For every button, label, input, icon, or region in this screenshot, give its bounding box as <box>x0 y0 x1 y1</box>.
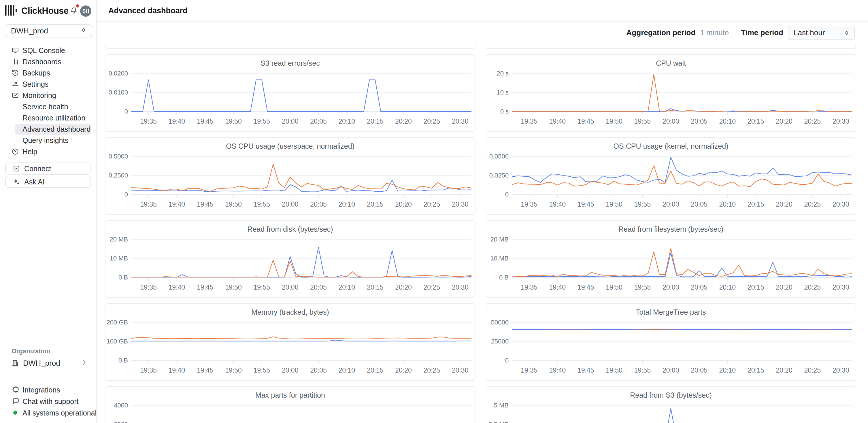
x-axis-tick-label: 19:40 <box>163 284 190 291</box>
cut-off-cards-row <box>97 43 868 49</box>
chart-card-read-from-s3: Read from S3 (bytes/sec)5 MB2.5 MB0 B19:… <box>486 386 856 423</box>
x-axis-tick-label: 20:30 <box>446 200 474 208</box>
sidebar-item-settings[interactable]: Settings <box>0 79 97 90</box>
sidebar-item-resource-utilization[interactable]: Resource utilization <box>0 112 97 124</box>
chart-title: Read from filesystem (bytes/sec) <box>486 225 856 233</box>
x-axis-tick-label: 19:45 <box>191 366 219 374</box>
x-axis-tick-label: 19:50 <box>220 118 247 125</box>
chart-plot-os-cpu-userspace[interactable] <box>131 156 471 198</box>
x-axis-tick-label: 20:25 <box>799 118 826 125</box>
chart-series-series-2 <box>131 337 471 338</box>
x-axis-tick-label: 20:20 <box>390 118 417 125</box>
x-axis-tick-label: 19:40 <box>544 284 571 291</box>
organization-item[interactable]: DWH_prod <box>0 357 97 369</box>
ask-ai-button[interactable]: Ask AI <box>5 176 91 188</box>
sparkles-icon <box>13 178 20 186</box>
sidebar-item-sql-console[interactable]: SQL Console <box>0 45 97 56</box>
service-selector[interactable]: DWH_prod <box>5 24 92 37</box>
chart-plot-memory-tracked[interactable] <box>131 322 471 364</box>
chart-card-memory-tracked: Memory (tracked, bytes)200 GB100 GB0 B19… <box>105 303 475 381</box>
time-period-select[interactable]: Last hour <box>788 26 855 40</box>
y-axis-tick-label: 2000 <box>105 421 128 423</box>
x-axis-tick-label: 20:00 <box>276 118 304 125</box>
x-axis-tick-label: 19:35 <box>134 200 162 208</box>
clickhouse-logo-icon <box>5 5 18 17</box>
status-dot <box>13 411 17 415</box>
sidebar-item-query-insights[interactable]: Query insights <box>0 135 97 146</box>
x-axis-tick-label: 20:10 <box>714 284 741 291</box>
sidebar-item-backups[interactable]: Backups <box>0 67 97 79</box>
chart-title: Total MergeTree parts <box>486 308 856 316</box>
dashboards-icon <box>11 58 19 65</box>
y-axis-tick-label: 0.0250 <box>486 172 509 179</box>
chart-plot-read-from-s3[interactable] <box>512 405 852 423</box>
chart-plot-max-parts-for-partition[interactable] <box>131 405 471 423</box>
top-bar: Advanced dashboard <box>97 0 868 22</box>
y-axis-tick-label: 0 <box>105 108 128 115</box>
sidebar-item-service-health[interactable]: Service health <box>0 101 97 112</box>
footer-item-integrations[interactable]: Integrations <box>0 384 97 395</box>
connect-button[interactable]: Connect <box>5 163 91 174</box>
sql-console-icon <box>11 47 19 54</box>
chart-card-os-cpu-userspace: OS CPU usage (userspace, normalized)0.50… <box>105 137 475 215</box>
footer-item-chat-with-support[interactable]: Chat with support <box>0 396 97 407</box>
sidebar-item-dashboards[interactable]: Dashboards <box>0 56 97 67</box>
y-axis-tick-label: 0.0500 <box>486 153 509 160</box>
chart-plot-cpu-wait[interactable] <box>512 73 852 115</box>
x-axis-tick-label: 20:00 <box>657 284 685 291</box>
x-axis-tick-label: 20:05 <box>685 200 713 208</box>
chart-plot-total-mergetree-parts[interactable] <box>512 322 852 364</box>
chart-plot-s3-read-errors[interactable] <box>131 73 471 115</box>
chart-card-read-from-filesystem: Read from filesystem (bytes/sec)20 MB10 … <box>486 220 856 298</box>
chart-plot-read-from-filesystem[interactable] <box>512 239 852 281</box>
chart-plot-read-from-disk[interactable] <box>131 239 471 281</box>
chart-series-series-1 <box>131 340 471 341</box>
x-axis-tick-label: 19:45 <box>191 284 219 291</box>
y-axis-tick-label: 50000 <box>486 319 509 326</box>
service-selector-value: DWH_prod <box>11 27 48 35</box>
chart-card-stub <box>486 43 856 49</box>
chart-series-series-1 <box>131 80 471 111</box>
x-axis-tick-label: 19:40 <box>163 200 190 208</box>
y-axis-tick-label: 0 B <box>105 274 128 281</box>
y-axis-tick-label: 0.0100 <box>105 89 128 96</box>
chart-card-read-from-disk: Read from disk (bytes/sec)20 MB10 MB0 B1… <box>105 220 475 298</box>
chart-plot-os-cpu-kernel[interactable] <box>512 156 852 198</box>
sidebar-item-help[interactable]: Help <box>0 146 97 157</box>
chart-series-series-1 <box>512 157 852 183</box>
sidebar-item-label: Monitoring <box>23 91 56 100</box>
x-axis-tick-label: 19:40 <box>544 366 571 374</box>
chart-card-total-mergetree-parts: Total MergeTree parts5000025000019:3519:… <box>486 303 856 381</box>
x-axis-tick-label: 20:00 <box>657 200 685 208</box>
chart-card-max-parts-for-partition: Max parts for partition40002000019:3519:… <box>105 386 475 423</box>
y-axis-tick-label: 25000 <box>486 338 509 345</box>
x-axis-tick-label: 20:30 <box>446 366 474 374</box>
building-icon <box>11 359 19 367</box>
x-axis-tick-label: 20:10 <box>333 284 361 291</box>
chevron-up-down-icon <box>80 27 87 35</box>
x-axis-tick-label: 19:50 <box>220 284 247 291</box>
x-axis-tick-label: 20:20 <box>770 118 798 125</box>
footer-item-all-systems-operational[interactable]: All systems operational <box>0 408 97 418</box>
x-axis-tick-label: 19:45 <box>572 118 600 125</box>
chart-series-series-2 <box>512 74 852 111</box>
chart-title: CPU wait <box>486 59 856 67</box>
x-axis-tick-label: 20:00 <box>657 366 685 374</box>
sidebar-item-advanced-dashboard[interactable]: Advanced dashboard <box>0 124 97 135</box>
avatar[interactable]: SH <box>80 5 91 17</box>
x-axis-tick-label: 19:55 <box>628 118 656 125</box>
x-axis-tick-label: 19:55 <box>628 200 656 208</box>
chart-title: Read from S3 (bytes/sec) <box>486 391 856 399</box>
x-axis-tick-label: 20:20 <box>390 200 417 208</box>
x-axis-tick-label: 20:05 <box>685 366 713 374</box>
sidebar-item-label: Backups <box>23 69 50 77</box>
x-axis-tick-label: 20:00 <box>657 118 685 125</box>
chart-title: S3 read errors/sec <box>105 59 475 67</box>
sidebar-item-monitoring[interactable]: Monitoring <box>0 90 97 101</box>
chart-series-series-1 <box>131 247 471 277</box>
y-axis-tick-label: 4000 <box>105 402 128 409</box>
toolbar-border <box>105 43 856 43</box>
y-axis-tick-label: 20 MB <box>486 236 509 243</box>
chart-series-series-2 <box>512 330 852 330</box>
x-axis-tick-label: 19:55 <box>248 284 276 291</box>
